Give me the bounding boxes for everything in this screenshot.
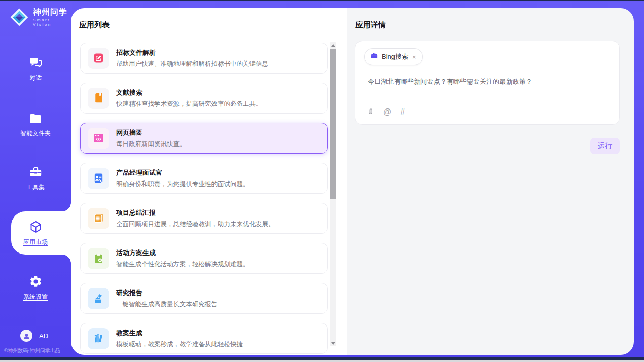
brand-subtitle: Smart Vision xyxy=(33,18,71,27)
app-description: 模板驱动，教案秒成，教学准备从此轻松快捷 xyxy=(116,340,243,349)
folder-icon xyxy=(29,112,43,125)
gear-icon xyxy=(29,275,43,288)
briefcase-icon xyxy=(370,52,378,62)
prompt-card: Bing搜索 × 今日湖北有哪些新闻要点？有哪些需要关注的最新政策？ @# xyxy=(355,41,620,125)
sidebar-item-label: 系统设置 xyxy=(23,293,48,301)
sidebar-item-app-market[interactable]: 应用市场 xyxy=(0,220,71,246)
sidebar: 神州问学 Smart Vision 对话智能文件夹工具集应用市场系统设置 AD … xyxy=(0,1,71,357)
question-input[interactable]: 今日湖北有哪些新闻要点？有哪些需要关注的最新政策？ xyxy=(368,77,607,86)
app-card[interactable]: 产品经理面试官明确身份和职责，为您提供专业性的面试问题。 xyxy=(80,163,328,194)
app-name: 项目总结汇报 xyxy=(116,208,275,218)
attachment-icon[interactable] xyxy=(366,107,375,116)
tool-tag-close-icon[interactable]: × xyxy=(412,54,417,60)
app-card[interactable]: 教案生成模板驱动，教案秒成，教学准备从此轻松快捷 xyxy=(80,323,328,354)
app-list: 招标文件解析帮助用户快速、准确地理解和解析招标书中的关键信息文献搜索快速精准查找… xyxy=(80,43,328,355)
mention-icon[interactable]: @ xyxy=(383,108,391,116)
ink-pen-icon xyxy=(88,288,109,309)
app-description: 明确身份和职责，为您提供专业性的面试问题。 xyxy=(116,180,249,189)
brand-name: 神州问学 xyxy=(33,8,71,17)
input-icon-row: @# xyxy=(366,107,405,116)
app-description: 全面回顾项目进展，总结经验教训，助力未来优化发展。 xyxy=(116,220,275,229)
app-description: 帮助用户快速、准确地理解和解析招标书中的关键信息 xyxy=(116,60,268,68)
tool-tag-label: Bing搜索 xyxy=(382,52,408,61)
app-name: 教案生成 xyxy=(116,329,243,338)
bottom-edge-strip xyxy=(0,360,644,362)
edit-square-icon xyxy=(88,48,109,69)
topic-icon[interactable]: # xyxy=(400,108,405,116)
toolbox-icon xyxy=(29,165,43,179)
cube-icon xyxy=(29,220,43,234)
browser-code-icon xyxy=(88,128,109,149)
user-row[interactable]: AD xyxy=(20,330,48,342)
main-container: 应用列表 招标文件解析帮助用户快速、准确地理解和解析招标书中的关键信息文献搜索快… xyxy=(71,8,634,355)
app-name: 研究报告 xyxy=(116,288,218,298)
book-icon xyxy=(88,88,109,109)
app-name: 活动方案生成 xyxy=(116,248,249,258)
sidebar-item-label: 智能文件夹 xyxy=(20,129,51,138)
user-initials: AD xyxy=(39,332,48,340)
app-list-title: 应用列表 xyxy=(79,20,110,30)
brand-logo: 神州问学 Smart Vision xyxy=(9,7,71,27)
app-card[interactable]: 网页摘要每日政府新闻资讯快查。 xyxy=(80,123,328,154)
app-name: 产品经理面试官 xyxy=(116,168,249,177)
app-card[interactable]: 活动方案生成智能生成个性化活动方案，轻松解决规划难题。 xyxy=(80,243,328,274)
sidebar-item-settings[interactable]: 系统设置 xyxy=(0,275,71,301)
app-description: 一键智能生成高质量长文本研究报告 xyxy=(116,300,218,309)
scroll-up-icon[interactable] xyxy=(330,42,336,48)
app-card[interactable]: 招标文件解析帮助用户快速、准确地理解和解析招标书中的关键信息 xyxy=(80,43,328,74)
books-icon xyxy=(88,328,109,349)
sidebar-item-folders[interactable]: 智能文件夹 xyxy=(0,112,71,138)
app-detail-panel: 应用详情 Bing搜索 × 今日湖北有哪些新闻要点？有哪些需要关注的最新政策？ … xyxy=(347,8,634,355)
app-list-panel: 应用列表 招标文件解析帮助用户快速、准确地理解和解析招标书中的关键信息文献搜索快… xyxy=(71,8,347,355)
sidebar-item-chat[interactable]: 对话 xyxy=(0,56,71,82)
diamond-logo-icon xyxy=(9,7,29,27)
run-button[interactable]: 运行 xyxy=(590,138,620,154)
scroll-down-icon[interactable] xyxy=(330,340,336,346)
app-card[interactable]: 研究报告一键智能生成高质量长文本研究报告 xyxy=(80,283,328,314)
app-description: 每日政府新闻资讯快查。 xyxy=(116,140,186,149)
top-edge-bar xyxy=(0,0,644,1)
copyright-footer: ©神州数码·神州问学出品 xyxy=(4,347,72,354)
app-name: 招标文件解析 xyxy=(116,48,268,57)
app-window: 神州问学 Smart Vision 对话智能文件夹工具集应用市场系统设置 AD … xyxy=(0,0,644,362)
app-card[interactable]: 文献搜索快速精准查找学术资源，提高研究效率的必备工具。 xyxy=(80,83,328,114)
sidebar-item-tools[interactable]: 工具集 xyxy=(0,165,71,192)
app-name: 文献搜索 xyxy=(116,88,262,97)
chat-icon xyxy=(29,56,43,69)
app-list-scrollbar[interactable] xyxy=(330,42,336,346)
app-card[interactable]: 项目总结汇报全面回顾项目进展，总结经验教训，助力未来优化发展。 xyxy=(80,203,328,234)
interview-doc-icon xyxy=(88,168,109,189)
user-avatar-icon[interactable] xyxy=(20,330,32,342)
app-name: 网页摘要 xyxy=(116,128,186,137)
app-detail-title: 应用详情 xyxy=(355,20,386,30)
sidebar-item-label: 对话 xyxy=(29,74,42,82)
clipboard-check-icon xyxy=(88,248,109,269)
app-description: 快速精准查找学术资源，提高研究效率的必备工具。 xyxy=(116,100,262,108)
tool-tag-bing-search[interactable]: Bing搜索 × xyxy=(364,48,423,65)
app-description: 智能生成个性化活动方案，轻松解决规划难题。 xyxy=(116,260,249,269)
sidebar-item-label: 应用市场 xyxy=(23,238,48,246)
sidebar-item-label: 工具集 xyxy=(26,183,45,192)
scrollbar-thumb[interactable] xyxy=(330,49,336,199)
notes-icon xyxy=(88,208,109,229)
